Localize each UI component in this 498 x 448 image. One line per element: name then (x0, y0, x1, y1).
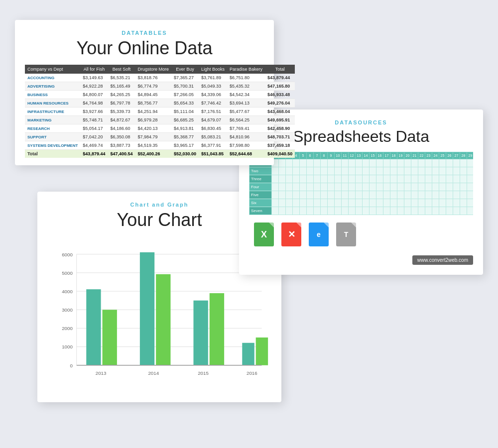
table-header: Company vs Dept (25, 65, 80, 74)
grid-cell (335, 159, 342, 167)
table-cell: $7,746.42 (199, 99, 227, 108)
grid-cell (286, 159, 293, 167)
grid-row-label: Six (249, 199, 272, 207)
grid-cell (425, 183, 432, 191)
table-cell: $6,797.78 (108, 99, 135, 108)
grid-cell (300, 191, 307, 199)
table-cell: $5,083.21 (199, 133, 227, 141)
grid-cell (314, 159, 321, 167)
grid-cell (307, 183, 314, 191)
table-cell: INFRASTRUCTURE (25, 108, 80, 116)
table-cell: $49,695.91 (265, 116, 295, 124)
grid-col-header: 18 (390, 152, 397, 159)
grid-cell (279, 183, 286, 191)
grid-row-label: Seven (249, 207, 272, 215)
table-row: ACCOUNTING$3,149.63$6,535.21$3,818.76$7,… (25, 74, 295, 82)
grid-cell (418, 167, 425, 175)
grid-cell (307, 207, 314, 215)
grid-cell (397, 199, 404, 207)
grid-cell (370, 191, 376, 199)
grid-cell (376, 167, 383, 175)
table-row: INFRASTRUCTURE$3,927.66$5,339.73$4,251.9… (25, 108, 295, 116)
table-cell: $4,251.94 (135, 108, 171, 116)
grid-cell (342, 175, 349, 183)
table-cell: SUPPORT (25, 133, 80, 141)
grid-cell (293, 159, 300, 167)
grid-cell (328, 175, 335, 183)
table-cell: $6,535.21 (108, 74, 135, 82)
grid-cell (446, 159, 453, 167)
table-cell: RESEARCH (25, 124, 80, 133)
grid-col-header: 24 (432, 152, 439, 159)
grid-cell (418, 199, 425, 207)
grid-cell (383, 175, 390, 183)
grid-col-header: 5 (300, 152, 307, 159)
grid-cell (404, 167, 411, 175)
table-cell: $6,685.25 (171, 116, 199, 124)
grid-cell (453, 191, 460, 199)
grid-cell (272, 207, 279, 215)
grid-cell (328, 207, 335, 215)
grid-cell (467, 207, 474, 215)
grid-cell (467, 199, 474, 207)
table-cell: BUSINESS (25, 91, 80, 99)
grid-cell (383, 207, 390, 215)
grid-cell (383, 191, 390, 199)
grid-cell (286, 183, 293, 191)
grid-row-label: Two (249, 167, 272, 175)
url-badge: www.convert2web.com (412, 255, 473, 265)
grid-col-header: 20 (404, 152, 411, 159)
grid-cell (439, 175, 446, 183)
grid-row-label: Five (249, 191, 272, 199)
grid-cell (321, 191, 328, 199)
grid-cell (272, 199, 279, 207)
grid-cell (293, 183, 300, 191)
grid-cell (342, 183, 349, 191)
grid-cell (432, 199, 439, 207)
grid-cell (453, 183, 460, 191)
grid-cell (293, 175, 300, 183)
grid-cell (363, 199, 370, 207)
table-cell: $6,979.28 (135, 116, 171, 124)
grid-cell (321, 199, 328, 207)
grid-cell (418, 191, 425, 199)
grid-cell (446, 199, 453, 207)
grid-cell (363, 183, 370, 191)
table-row: SYSTEMS DEVELOPMENT$4,469.74$3,887.73$4,… (25, 141, 295, 150)
grid-cell (307, 167, 314, 175)
grid-cell (356, 167, 363, 175)
grid-col-header: 16 (376, 152, 383, 159)
grid-cell (439, 159, 446, 167)
grid-cell (335, 207, 342, 215)
grid-cell (446, 167, 453, 175)
grid-cell (383, 167, 390, 175)
bar-2013-2 (103, 310, 117, 365)
table-cell: $4,679.07 (199, 116, 227, 124)
grid-cell (279, 199, 286, 207)
grid-cell (321, 183, 328, 191)
grid-cell (286, 175, 293, 183)
table-footer-cell: $43,879.44 (80, 150, 108, 158)
grid-cell (349, 199, 356, 207)
grid-cell (300, 175, 307, 183)
grid-cell (390, 167, 397, 175)
table-cell: $5,339.73 (108, 108, 135, 116)
table-cell: HUMAN RESOURCES (25, 99, 80, 108)
table-cell: $5,054.17 (80, 124, 108, 133)
grid-cell (390, 175, 397, 183)
bar-2014-1 (140, 252, 154, 365)
svg-text:6000: 6000 (62, 252, 73, 257)
grid-cell (460, 183, 467, 191)
table-cell: $3,927.66 (80, 108, 108, 116)
table-cell: $3,887.73 (108, 141, 135, 150)
grid-cell (272, 191, 279, 199)
grid-cell (418, 183, 425, 191)
table-header: Drugstore More (135, 65, 171, 74)
grid-col-header: 26 (446, 152, 453, 159)
grid-cell (467, 191, 474, 199)
grid-col-header: 28 (460, 152, 467, 159)
grid-cell (376, 159, 383, 167)
grid-cell (460, 167, 467, 175)
grid-cell (439, 199, 446, 207)
table-cell: $3,694.13 (227, 99, 265, 108)
